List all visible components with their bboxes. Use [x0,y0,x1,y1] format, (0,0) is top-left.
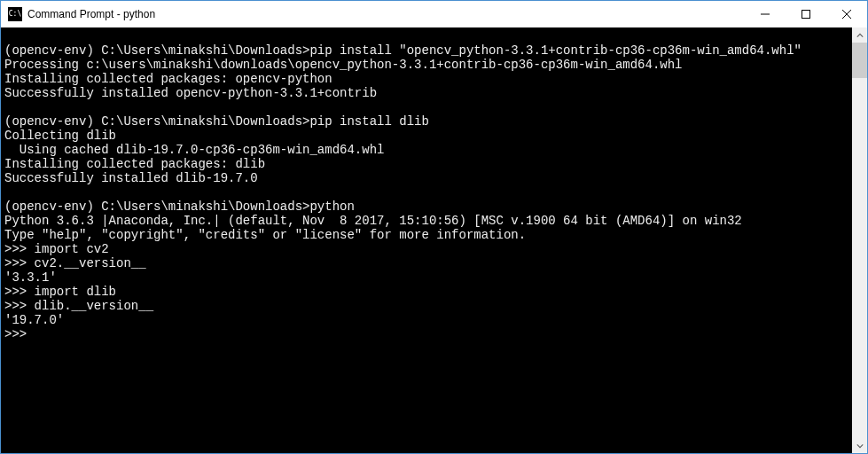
scroll-down-button[interactable] [852,438,867,453]
terminal-line: Using cached dlib-19.7.0-cp36-cp36m-win_… [4,143,850,157]
maximize-icon [802,10,810,19]
minimize-button[interactable] [745,1,786,27]
window-controls [745,1,867,27]
terminal-line [4,100,850,114]
terminal-line: Type "help", "copyright", "credits" or "… [4,228,850,242]
terminal-line: (opencv-env) C:\Users\minakshi\Downloads… [4,200,850,214]
window-titlebar[interactable]: C:\ Command Prompt - python [1,1,867,27]
chevron-up-icon [856,32,864,39]
terminal-output[interactable]: (opencv-env) C:\Users\minakshi\Downloads… [1,27,852,453]
terminal-line: >>> cv2.__version__ [4,256,850,270]
cmd-icon: C:\ [8,7,22,21]
close-button[interactable] [826,1,867,27]
terminal-line: Installing collected packages: dlib [4,157,850,171]
scrollbar-thumb[interactable] [852,43,867,78]
chevron-down-icon [856,442,864,450]
content-area: (opencv-env) C:\Users\minakshi\Downloads… [1,27,867,453]
terminal-line: >>> import cv2 [4,242,850,256]
terminal-line: (opencv-env) C:\Users\minakshi\Downloads… [4,43,850,58]
terminal-line: Python 3.6.3 |Anaconda, Inc.| (default, … [4,214,850,228]
window-title: Command Prompt - python [27,8,745,20]
terminal-line [4,29,850,43]
terminal-line [4,185,850,200]
close-icon [842,10,851,19]
terminal-line: Processing c:\users\minakshi\downloads\o… [4,58,850,72]
svg-rect-1 [802,11,810,19]
terminal-line: Collecting dlib [4,129,850,143]
terminal-line: Successfully installed opencv-python-3.3… [4,86,850,100]
minimize-icon [761,10,770,19]
maximize-button[interactable] [786,1,826,27]
terminal-line: '3.3.1' [4,270,850,285]
vertical-scrollbar[interactable] [852,27,867,453]
terminal-line: Installing collected packages: opencv-py… [4,72,850,86]
scroll-up-button[interactable] [852,27,867,43]
terminal-line: Successfully installed dlib-19.7.0 [4,171,850,185]
terminal-line: >>> [4,327,850,341]
terminal-line: >>> dlib.__version__ [4,299,850,313]
terminal-line: >>> import dlib [4,285,850,299]
terminal-line: '19.7.0' [4,313,850,327]
terminal-line: (opencv-env) C:\Users\minakshi\Downloads… [4,114,850,129]
scrollbar-track[interactable] [852,43,867,438]
